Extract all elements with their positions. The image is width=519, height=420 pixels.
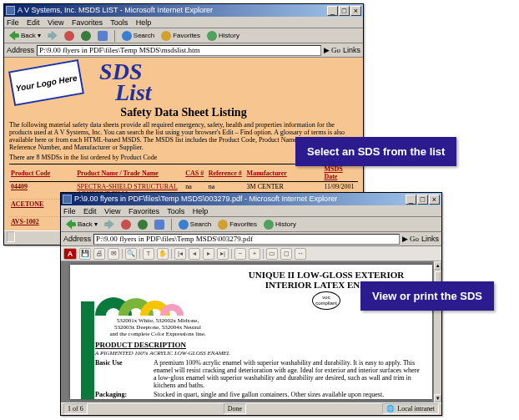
pdf-toolbar: A 💾 🖨 ✉ 🔍 T ✋ |◂ ◂ ▸ ▸| − + ▭ ◻ ↔ xyxy=(61,246,441,261)
history-button[interactable]: History xyxy=(261,219,299,230)
forward-button[interactable] xyxy=(102,219,117,230)
menu-help[interactable]: Help xyxy=(136,18,152,27)
status-left xyxy=(7,231,15,242)
window-buttons: _ □ × xyxy=(327,6,361,16)
toolbar: Back ▾ Search Favorites History xyxy=(61,217,441,232)
text-select-button[interactable]: T xyxy=(143,248,154,260)
product-codes: 532001x White, 532002x Midtone, 532003x … xyxy=(95,317,220,337)
window-buttons: _ □ × xyxy=(406,195,440,205)
fit-width-button[interactable]: ↔ xyxy=(295,248,306,260)
find-button[interactable]: 🔍 xyxy=(125,248,137,260)
minimize-button[interactable]: _ xyxy=(327,6,338,16)
go-button[interactable]: ▶ Go xyxy=(402,235,419,243)
refresh-button[interactable] xyxy=(78,30,93,42)
address-label: Address xyxy=(63,235,91,243)
menu-tools[interactable]: Tools xyxy=(110,18,128,27)
links-label[interactable]: Links xyxy=(343,46,360,54)
hand-button[interactable]: ✋ xyxy=(157,248,169,260)
menu-edit[interactable]: Edit xyxy=(83,207,97,215)
zoom-in-button[interactable]: + xyxy=(249,248,260,260)
col-product-code[interactable]: Product Code xyxy=(9,164,75,182)
search-icon xyxy=(179,220,189,230)
actual-size-button[interactable]: ▭ xyxy=(266,248,278,260)
menu-file[interactable]: File xyxy=(63,207,76,215)
sds-list-title: SDSList xyxy=(90,61,152,103)
history-button[interactable]: History xyxy=(204,30,242,42)
close-button[interactable]: × xyxy=(429,195,440,205)
menu-favorites[interactable]: Favorites xyxy=(128,207,159,215)
zone-icon: 🌐 xyxy=(386,403,395,415)
links-label[interactable]: Links xyxy=(421,235,439,243)
menu-file[interactable]: File xyxy=(7,18,19,27)
refresh-icon xyxy=(138,220,148,230)
section-heading: PRODUCT DESCRIPTION xyxy=(95,341,421,349)
star-icon xyxy=(218,220,228,230)
home-button[interactable] xyxy=(152,219,167,230)
search-button[interactable]: Search xyxy=(119,30,157,42)
separator xyxy=(171,219,172,230)
favorites-button[interactable]: Favorites xyxy=(159,30,203,42)
col-reference[interactable]: Reference # xyxy=(207,164,245,182)
spec-label: Basic Use xyxy=(95,359,154,389)
col-product-name[interactable]: Product Name / Trade Name xyxy=(75,164,184,182)
favorites-button[interactable]: Favorites xyxy=(215,219,260,230)
menubar: File Edit View Favorites Tools Help xyxy=(61,205,441,217)
mail-button[interactable]: ✉ xyxy=(108,248,119,260)
last-page-button[interactable]: ▸| xyxy=(217,248,229,260)
status-left: Done xyxy=(224,403,246,414)
col-manufacturer[interactable]: Manufacturer xyxy=(245,164,323,182)
stop-button[interactable] xyxy=(62,30,77,42)
product-code-link[interactable]: 04409 xyxy=(11,183,28,190)
fit-page-button[interactable]: ◻ xyxy=(280,248,292,260)
search-icon xyxy=(122,31,132,41)
refresh-button[interactable] xyxy=(135,219,150,230)
pdf-viewport: A 💾 🖨 ✉ 🔍 T ✋ |◂ ◂ ▸ ▸| − + ▭ ◻ ↔ xyxy=(61,246,441,402)
print-button[interactable]: 🖨 xyxy=(93,248,105,260)
refresh-icon xyxy=(81,31,91,41)
titlebar[interactable]: A V Systems, Inc. MSDS LIST - Microsoft … xyxy=(4,4,363,17)
voc-badge: voc compliant xyxy=(312,291,340,310)
address-input[interactable] xyxy=(37,45,321,56)
close-button[interactable]: × xyxy=(350,6,361,16)
back-button[interactable]: Back ▾ xyxy=(63,219,100,230)
logo-stem xyxy=(81,301,94,399)
maximize-button[interactable]: □ xyxy=(339,6,350,16)
forward-icon xyxy=(104,220,114,230)
forward-button[interactable] xyxy=(45,30,60,42)
minimize-button[interactable]: _ xyxy=(406,195,416,205)
menubar: File Edit View Favorites Tools Help xyxy=(4,17,363,28)
back-icon xyxy=(66,220,76,230)
page-heading: Safety Data Sheet Listing xyxy=(9,106,358,119)
col-cas[interactable]: CAS # xyxy=(184,164,207,182)
address-label: Address xyxy=(7,46,34,54)
menu-tools[interactable]: Tools xyxy=(167,207,184,215)
search-button[interactable]: Search xyxy=(176,219,214,230)
back-button[interactable]: Back ▾ xyxy=(7,30,43,42)
product-code-link[interactable]: AVS-1002 xyxy=(11,218,39,225)
titlebar[interactable]: P:\9.00 flyers in PDF\files\Temp MSDS\00… xyxy=(61,193,441,205)
zoom-out-button[interactable]: − xyxy=(234,248,246,260)
ie-icon xyxy=(63,195,72,204)
section-subheading: A PIGMENTED 100% ACRYLIC LOW-GLOSS ENAME… xyxy=(95,350,421,357)
address-input[interactable] xyxy=(93,234,400,245)
product-code-link[interactable]: ACETONE xyxy=(11,200,43,208)
scroll-down-button[interactable]: ▾ xyxy=(434,394,441,402)
statusbar: 1 of 6 Done 🌐Local intranet xyxy=(61,402,441,414)
spec-row: Basic UseA premium 100% acrylic enamel w… xyxy=(95,359,421,389)
prev-page-button[interactable]: ◂ xyxy=(189,248,200,260)
col-msds-date[interactable]: MSDS Date xyxy=(322,164,358,182)
save-button[interactable]: 💾 xyxy=(79,248,91,260)
menu-help[interactable]: Help xyxy=(193,207,209,215)
window-title: A V Systems, Inc. MSDS LIST - Microsoft … xyxy=(18,4,213,17)
maximize-button[interactable]: □ xyxy=(417,195,428,205)
first-page-button[interactable]: |◂ xyxy=(174,248,186,260)
next-page-button[interactable]: ▸ xyxy=(203,248,214,260)
menu-view[interactable]: View xyxy=(104,207,120,215)
stop-button[interactable] xyxy=(118,219,134,230)
home-button[interactable] xyxy=(95,30,110,42)
scroll-up-button[interactable]: ▴ xyxy=(434,261,441,270)
menu-favorites[interactable]: Favorites xyxy=(72,18,103,27)
menu-edit[interactable]: Edit xyxy=(27,18,40,27)
menu-view[interactable]: View xyxy=(48,18,63,27)
go-button[interactable]: ▶ Go xyxy=(324,46,340,54)
